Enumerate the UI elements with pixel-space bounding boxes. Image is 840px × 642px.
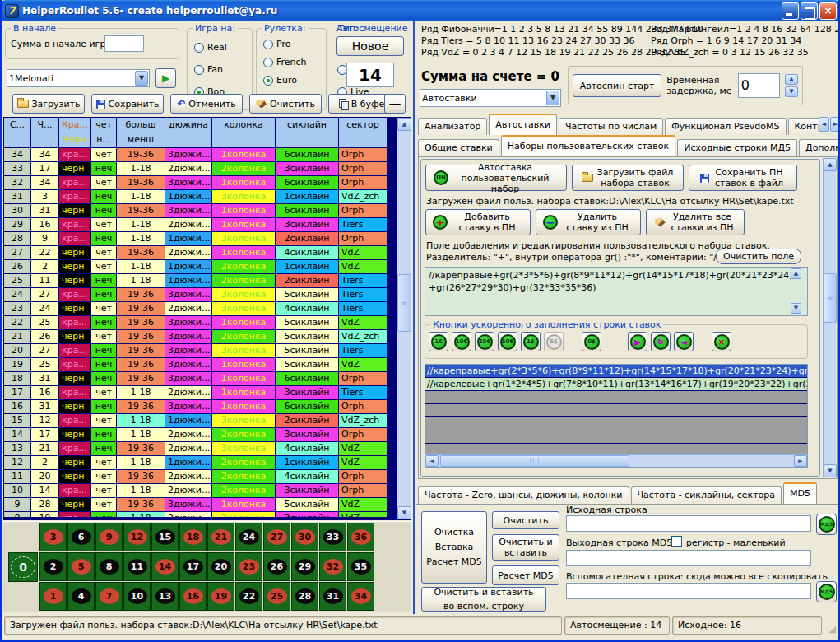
toolbar-open-folder-button[interactable]: Загрузить (12, 94, 85, 114)
board-cell-34[interactable]: 34 (347, 582, 374, 611)
board-cell-3[interactable]: 3 (39, 523, 67, 551)
scroll-down-icon[interactable]: ▼ (397, 506, 411, 519)
table-row[interactable]: 3317черннеч1-182дюжи...2колонка3сиклайнO… (4, 162, 397, 175)
table-row[interactable]: 1925кра...неч19-363дюжи...1колонка5сикла… (4, 358, 397, 371)
scroll-up-icon[interactable]: ▲ (397, 118, 411, 131)
board-cell-4[interactable]: 4 (67, 582, 95, 611)
autobets-combo-input[interactable] (422, 91, 545, 105)
table-row[interactable]: 819кра...неч1-182дюжи...3колонка3сиклайн… (4, 512, 397, 517)
board-cell-6[interactable]: 6 (67, 523, 95, 551)
table-row[interactable]: 289кра...неч1-181дюжи...3колонка2сиклайн… (4, 232, 397, 245)
tab-2[interactable]: Автоставки (489, 114, 557, 135)
board-cell-35[interactable]: 35 (347, 552, 374, 581)
collapse-button[interactable]: — (384, 94, 406, 114)
chevron-down-icon[interactable]: ▼ (135, 71, 148, 86)
tab-1[interactable]: Анализатор (418, 118, 487, 135)
table-row[interactable]: 1831черннеч19-363дюжи...1колонка6сиклайн… (4, 372, 397, 385)
tab-1[interactable]: Частота - Zero, шансы, дюжины, колонки (418, 486, 629, 504)
quick-bet-button-25e[interactable]: 25€ (475, 332, 494, 351)
table-row[interactable]: 2324чернчет19-362дюжи...3колонка4сиклайн… (4, 302, 397, 315)
board-cell-5[interactable]: 5 (67, 552, 95, 581)
md5-clear-button[interactable]: Очистить (492, 511, 559, 529)
board-cell-36[interactable]: 36 (347, 523, 374, 551)
autobets-combo[interactable]: ▼ (420, 89, 561, 107)
table-row[interactable]: 2027кра...неч19-363дюжи...3колонка5сикла… (4, 344, 397, 357)
table-row[interactable]: 2126чернчет19-363дюжи...2колонка5сиклайн… (4, 330, 397, 343)
board-cell-23[interactable]: 23 (235, 552, 262, 581)
spin-up-icon[interactable]: ▲ (785, 74, 798, 85)
board-cell-13[interactable]: 13 (151, 582, 179, 611)
panel-scrollbar[interactable]: ▲ ▼ (823, 158, 836, 477)
table-row[interactable]: 2225кра...неч19-363дюжи...1колонка5сикла… (4, 316, 397, 329)
board-cell-9[interactable]: 9 (95, 523, 123, 551)
board-cell-17[interactable]: 17 (179, 552, 207, 581)
board-cell-29[interactable]: 29 (291, 552, 318, 581)
edit-scroll-down-icon[interactable]: ▼ (791, 303, 801, 314)
tab-4[interactable]: Дополнитель (799, 139, 839, 156)
board-cell-15[interactable]: 15 (151, 523, 179, 551)
radio-pro[interactable]: Pro (263, 39, 290, 49)
quick-bet-button-50e[interactable]: 50€ (498, 332, 517, 351)
board-cell-24[interactable]: 24 (235, 523, 262, 551)
quick-bet-button-1d[interactable]: 1$ (521, 332, 541, 351)
tab-scroll-right-icon[interactable]: ► (830, 117, 840, 132)
board-cell-32[interactable]: 32 (319, 552, 346, 581)
table-row[interactable]: 3031черннеч19-363дюжи...1колонка6сиклайн… (4, 204, 397, 217)
chevron-down-icon[interactable]: ▼ (546, 91, 559, 105)
tab-2[interactable]: Частота - сиклайны, сектора (631, 486, 782, 504)
tab-scroll-left-icon[interactable]: ◄ (819, 117, 829, 132)
quick-clear-all-button[interactable]: × (712, 332, 731, 351)
edit-scroll-up-icon[interactable]: ▲ (791, 268, 801, 279)
quick-play-button[interactable]: ▶ (628, 332, 647, 351)
board-cell-0[interactable]: 0 (8, 552, 38, 582)
list-item[interactable]: //кареправые+gr(2*3*5*6)+gr(8*9*11*12)+g… (425, 365, 807, 378)
scroll-right-icon[interactable]: ► (794, 455, 807, 467)
quick-bet-button-1e[interactable]: 1€ (429, 332, 448, 351)
list-item[interactable]: //карелевые+gr(1*2*4*5)+gr(7*8*10*11)+gr… (425, 378, 807, 391)
quick-bet-button-10e[interactable]: 10€ (452, 332, 471, 351)
spin-down-icon[interactable]: ▼ (785, 86, 798, 97)
add-bet-button[interactable]: + Добавить ставку в ПН (425, 209, 531, 235)
quick-bet-button-0d[interactable]: 0$ (582, 332, 601, 351)
table-row[interactable]: 2511черннеч1-181дюжи...2колонка2сиклайнT… (4, 274, 397, 287)
preset-combo[interactable]: ▼ (7, 69, 150, 87)
table-row[interactable]: 122чернчет1-181дюжи...2колонка1сиклайнVd… (4, 456, 397, 469)
board-cell-33[interactable]: 33 (319, 523, 346, 551)
md5-aux-input[interactable] (566, 583, 811, 599)
quick-back-button[interactable]: ◄ (674, 332, 694, 351)
list-item-empty[interactable] (425, 417, 807, 430)
table-row[interactable]: 1512кра...чет1-181дюжи...3колонка2сиклай… (4, 414, 397, 427)
list-hscrollbar[interactable]: ◄ ► (425, 454, 807, 467)
board-cell-20[interactable]: 20 (207, 552, 234, 581)
hscroll-thumb[interactable] (440, 455, 629, 467)
tab-3[interactable]: MD5 (783, 482, 817, 504)
table-row[interactable]: 1014кра...чет1-182дюжи...2колонка3сиклай… (4, 484, 397, 497)
board-cell-14[interactable]: 14 (151, 552, 179, 581)
tab-5[interactable]: Контроль банкро (788, 118, 819, 135)
table-row[interactable]: 1417черннеч1-182дюжи...2колонка3сиклайнO… (4, 428, 397, 441)
autospin-start-button[interactable]: Автоспин старт (573, 74, 661, 97)
radio-real[interactable]: Real (194, 42, 227, 53)
scroll-thumb[interactable] (824, 273, 837, 323)
tab-4[interactable]: Функционал PsevdoMS (665, 118, 786, 135)
case-checkbox[interactable] (671, 536, 682, 547)
table-row[interactable]: 1716кра...чет1-182дюжи...1колонка3сиклай… (4, 386, 397, 399)
close-icon[interactable]: × (819, 2, 837, 20)
board-cell-1[interactable]: 1 (39, 582, 67, 611)
scroll-thumb[interactable] (397, 274, 411, 332)
board-cell-31[interactable]: 31 (319, 582, 346, 611)
new-shift-button[interactable]: Новое (336, 36, 404, 56)
board-cell-12[interactable]: 12 (123, 523, 151, 551)
board-cell-28[interactable]: 28 (291, 582, 318, 611)
delay-value[interactable]: 0 (738, 73, 780, 98)
load-set-file-button[interactable]: Загрузить файл набора ставок (572, 165, 684, 191)
table-row[interactable]: 1321кра...неч19-362дюжи...3колонка4сикла… (4, 442, 397, 455)
board-cell-26[interactable]: 26 (263, 552, 290, 581)
delete-all-bets-button[interactable]: Удалить все ставки из ПН (646, 209, 745, 235)
radio-french[interactable]: French (263, 57, 307, 67)
board-cell-21[interactable]: 21 (207, 523, 234, 551)
delete-bet-button[interactable]: − Удалить ставку из ПН (536, 209, 641, 235)
board-cell-8[interactable]: 8 (95, 552, 123, 581)
md5-clear-paste-button[interactable]: Очистить и вставить (492, 534, 559, 561)
toolbar-brush-button[interactable]: Очистить (249, 94, 322, 114)
